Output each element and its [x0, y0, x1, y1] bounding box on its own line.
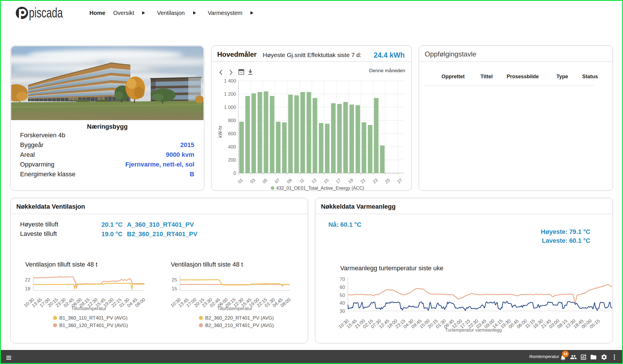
svg-text:200: 200 [228, 157, 236, 163]
svg-text:01: 01 [237, 177, 244, 184]
svg-text:27: 27 [396, 177, 403, 184]
svg-text:B1_360_120_RT401_PV (AVG): B1_360_120_RT401_PV (AVG) [59, 323, 128, 328]
svg-text:400: 400 [228, 144, 236, 150]
svg-text:23: 23 [372, 177, 379, 184]
svg-text:09: 09 [286, 177, 293, 184]
svg-text:432_01_OE01_Total_Active_Energ: 432_01_OE01_Total_Active_Energy (ACC) [276, 186, 364, 191]
svg-text:1 200: 1 200 [224, 91, 236, 97]
svg-text:13: 13 [310, 177, 317, 184]
svg-text:800: 800 [228, 118, 236, 123]
svg-text:1 000: 1 000 [224, 105, 236, 110]
svg-text:B1_360_110_RT401_PV (AVG): B1_360_110_RT401_PV (AVG) [59, 315, 128, 321]
svg-text:40: 40 [340, 300, 345, 306]
svg-text:Tilluftstemperatur: Tilluftstemperatur [71, 306, 107, 311]
svg-text:B2_360_220_RT401_PV (AVG): B2_360_220_RT401_PV (AVG) [205, 315, 274, 321]
svg-text:03: 03 [249, 177, 256, 184]
svg-text:70: 70 [340, 277, 345, 282]
svg-text:1 400: 1 400 [224, 78, 236, 84]
svg-text:05: 05 [261, 177, 268, 184]
svg-text:17: 17 [335, 177, 342, 184]
svg-text:25: 25 [172, 277, 177, 283]
svg-text:60: 60 [340, 285, 345, 290]
svg-text:18: 18 [25, 286, 30, 291]
svg-text:50: 50 [340, 293, 345, 298]
svg-text:19: 19 [347, 177, 354, 184]
svg-text:21: 21 [359, 177, 366, 184]
svg-text:Turtemperatur varmeanlegg: Turtemperatur varmeanlegg [445, 328, 502, 332]
svg-text:kW-hr: kW-hr [218, 125, 223, 138]
svg-text:B2_360_210_RT401_PV (AVG): B2_360_210_RT401_PV (AVG) [205, 323, 274, 328]
svg-text:22: 22 [25, 277, 30, 283]
svg-text:0: 0 [234, 171, 236, 176]
svg-text:15: 15 [172, 286, 177, 291]
svg-text:30: 30 [340, 308, 345, 314]
svg-text:piscada: piscada [29, 6, 63, 20]
svg-text:15: 15 [323, 177, 330, 184]
svg-text:25: 25 [384, 177, 391, 184]
svg-text:11: 11 [298, 177, 305, 184]
svg-text:600: 600 [228, 131, 236, 136]
svg-text:Tilluftstemperatur: Tilluftstemperatur [217, 306, 253, 311]
svg-text:07: 07 [274, 177, 281, 184]
